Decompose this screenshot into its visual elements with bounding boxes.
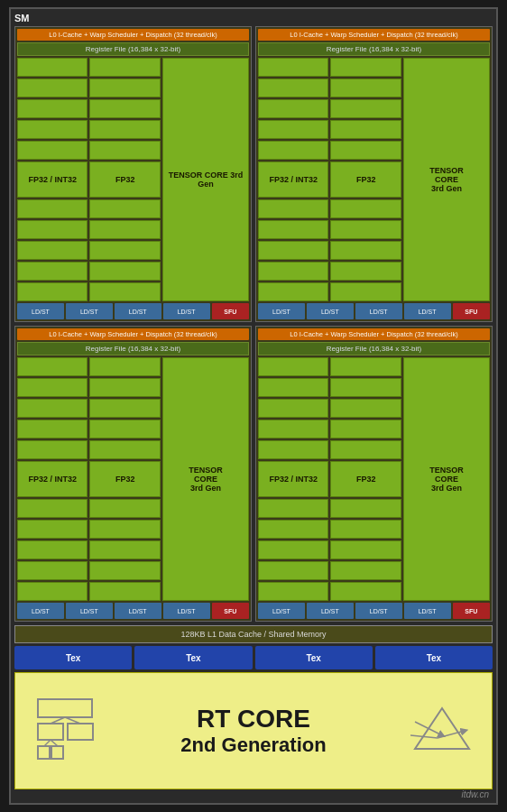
- fp32-cell: [89, 378, 160, 397]
- register-file-bar-3: Register File (16,384 x 32-bit): [17, 342, 249, 355]
- l0-cache-bar-2: L0 I-Cache + Warp Scheduler + Dispatch (…: [258, 29, 490, 41]
- sfu-cell-3: SFU: [212, 603, 250, 619]
- processor-block-2: L0 I-Cache + Warp Scheduler + Dispatch (…: [255, 26, 493, 322]
- l1-cache-bar: 128KB L1 Data Cache / Shared Memory: [14, 625, 493, 643]
- fp32-cell: [258, 378, 328, 397]
- fp32-cell: [89, 499, 160, 518]
- fp32-cell: [330, 499, 401, 518]
- fp32-cell: [17, 58, 88, 77]
- ldst-cell-9: LD/ST: [17, 603, 64, 619]
- fp32-cell: [330, 378, 401, 397]
- ldst-cell-16: LD/ST: [404, 603, 451, 619]
- fp32-cell: [17, 241, 88, 260]
- fp32-cell: [330, 520, 401, 539]
- rt-core-text: RT CORE 2nd Generation: [180, 705, 326, 757]
- processor-block-4: L0 I-Cache + Warp Scheduler + Dispatch (…: [255, 326, 493, 622]
- tex-unit-3[interactable]: Tex: [255, 646, 373, 669]
- fp32-cell: [330, 399, 401, 418]
- svg-rect-3: [38, 746, 50, 759]
- fp32-cell: [258, 561, 328, 580]
- tensor-core-4: TENSOR CORE 3rd Gen: [403, 357, 490, 601]
- register-file-bar-2: Register File (16,384 x 32-bit): [258, 42, 490, 56]
- compute-units-1: FP32 / INT32 FP32: [17, 58, 249, 301]
- fp32-cell: [89, 78, 160, 97]
- fp32-cell: [330, 141, 401, 160]
- tensor-core-1: TENSOR CORE 3rd Gen: [162, 58, 249, 301]
- fp32-cell: [89, 357, 160, 376]
- fp32-cell: [258, 357, 328, 376]
- svg-rect-4: [51, 746, 63, 759]
- svg-marker-9: [415, 708, 469, 749]
- fp32-label2-3: FP32: [89, 461, 160, 497]
- tensor-core-3: TENSOR CORE 3rd Gen: [162, 357, 249, 601]
- fp32-cell: [17, 399, 88, 418]
- tex-unit-1[interactable]: Tex: [14, 646, 132, 669]
- tensor-core-2: TENSOR CORE 3rd Gen: [403, 58, 490, 301]
- fp32-cell: [258, 540, 328, 559]
- fp32-cell: [17, 582, 88, 601]
- fp32-col-4: FP32: [330, 357, 401, 601]
- fp32-cell: [258, 120, 328, 139]
- fp32-cell: [330, 540, 401, 559]
- fp32-int32-col-2: FP32 / INT32: [258, 58, 328, 301]
- fp32-cell: [258, 262, 328, 281]
- fp32-label-3: FP32 / INT32: [17, 461, 88, 497]
- fp32-cell: [330, 582, 401, 601]
- fp32-cell: [17, 120, 88, 139]
- fp32-label-1: FP32 / INT32: [17, 161, 88, 198]
- fp32-cell: [258, 420, 328, 438]
- tensor-core-label-4: TENSOR CORE 3rd Gen: [429, 466, 464, 493]
- ldst-sfu-row-1: LD/ST LD/ST LD/ST LD/ST SFU: [17, 303, 249, 319]
- fp32-cell: [330, 420, 401, 438]
- fp32-cell: [330, 99, 401, 118]
- tex-row: Tex Tex Tex Tex: [14, 646, 493, 669]
- fp32-cell: [330, 357, 401, 376]
- fp32-cell: [330, 220, 401, 239]
- tensor-core-label-2: TENSOR CORE 3rd Gen: [429, 166, 464, 193]
- fp32-int32-col-1: FP32 / INT32: [17, 58, 88, 301]
- sfu-cell-4: SFU: [453, 603, 491, 619]
- fp32-cell: [258, 78, 328, 97]
- tex-unit-2[interactable]: Tex: [134, 646, 252, 669]
- svg-line-10: [415, 722, 442, 735]
- sm-container: SM L0 I-Cache + Warp Scheduler + Dispatc…: [9, 7, 498, 805]
- fp32-cell: [258, 499, 328, 518]
- fp32-cell: [17, 520, 88, 539]
- svg-line-7: [44, 740, 51, 746]
- l0-cache-bar-1: L0 I-Cache + Warp Scheduler + Dispatch (…: [17, 29, 249, 41]
- fp32-cell: [89, 241, 160, 260]
- rt-core-title: RT CORE: [180, 705, 326, 734]
- fp32-cell: [17, 78, 88, 97]
- svg-rect-1: [38, 724, 63, 740]
- fp32-cell: [258, 199, 328, 218]
- fp32-cell: [17, 357, 88, 376]
- ldst-cell-6: LD/ST: [307, 303, 354, 319]
- fp32-cell: [330, 262, 401, 281]
- fp32-cell: [258, 220, 328, 239]
- sfu-cell-2: SFU: [453, 303, 491, 319]
- watermark: itdw.cn: [461, 789, 489, 799]
- ldst-cell-12: LD/ST: [163, 603, 210, 619]
- fp32-cell: [17, 378, 88, 397]
- fp32-cell: [17, 420, 88, 438]
- register-file-bar-4: Register File (16,384 x 32-bit): [258, 342, 490, 355]
- ldst-cell-4: LD/ST: [163, 303, 210, 319]
- fp32-cell: [89, 420, 160, 438]
- fp32-cell: [258, 99, 328, 118]
- tensor-core-label-1: TENSOR CORE 3rd Gen: [163, 171, 248, 189]
- compute-units-4: FP32 / INT32 FP32: [258, 357, 490, 601]
- tex-unit-4[interactable]: Tex: [375, 646, 493, 669]
- fp32-cell: [17, 561, 88, 580]
- fp32-cell: [258, 520, 328, 539]
- rt-bvh-icon: [33, 695, 97, 767]
- fp32-int32-col-3: FP32 / INT32: [17, 357, 88, 601]
- sm-label: SM: [14, 13, 493, 23]
- ldst-cell-13: LD/ST: [258, 603, 305, 619]
- fp32-cell: [89, 561, 160, 580]
- fp32-cell: [89, 199, 160, 218]
- fp32-cell: [258, 241, 328, 260]
- ldst-cell-7: LD/ST: [355, 303, 402, 319]
- fp32-label-2: FP32 / INT32: [258, 161, 328, 198]
- compute-units-3: FP32 / INT32 FP32: [17, 357, 249, 601]
- fp32-cell: [89, 440, 160, 459]
